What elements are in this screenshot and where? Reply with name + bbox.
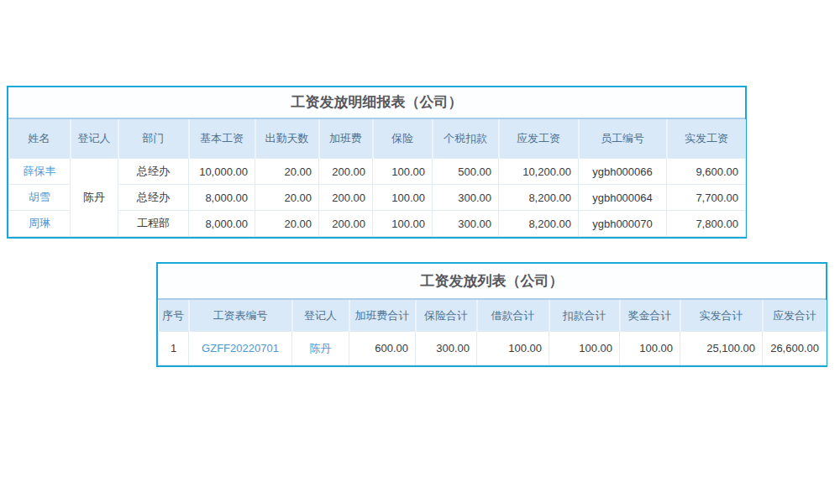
dept-cell: 工程部 xyxy=(118,211,189,237)
salary-list-report: 工资发放列表（公司） 序号 工资表编号 登记人 加班费合计 保险合计 借款合计 … xyxy=(156,262,827,367)
deduction-total-cell: 100.00 xyxy=(549,332,620,365)
header-payroll-id: 工资表编号 xyxy=(189,300,292,332)
salary-list-report-title: 工资发放列表（公司） xyxy=(158,264,826,300)
tax-deduction-cell: 300.00 xyxy=(433,185,499,211)
header-loan-total: 借款合计 xyxy=(477,300,549,332)
header-base-salary: 基本工资 xyxy=(189,119,255,159)
actual-cell: 9,600.00 xyxy=(667,159,746,185)
actual-cell: 7,700.00 xyxy=(667,185,746,211)
header-row: 序号 工资表编号 登记人 加班费合计 保险合计 借款合计 扣款合计 奖金合计 实… xyxy=(159,300,827,332)
insurance-cell: 100.00 xyxy=(373,211,433,237)
header-deduction-total: 扣款合计 xyxy=(549,300,620,332)
salary-detail-report-title: 工资发放明细报表（公司） xyxy=(8,87,745,119)
base-salary-cell: 8,000.00 xyxy=(189,211,255,237)
row-number-cell: 1 xyxy=(159,332,189,365)
employee-name-link[interactable]: 周琳 xyxy=(29,217,50,229)
header-attendance-days: 出勤天数 xyxy=(255,119,319,159)
insurance-cell: 100.00 xyxy=(373,185,433,211)
header-insurance: 保险 xyxy=(373,119,433,159)
header-registrar: 登记人 xyxy=(292,300,349,332)
header-no: 序号 xyxy=(159,300,189,332)
payable-total-cell: 26,600.00 xyxy=(763,332,827,365)
header-payable: 应发工资 xyxy=(499,119,579,159)
employee-id-cell: ygbh000070 xyxy=(579,211,667,237)
table-row: 胡雪 总经办 8,000.00 20.00 200.00 100.00 300.… xyxy=(9,185,746,211)
header-row: 姓名 登记人 部门 基本工资 出勤天数 加班费 保险 个税扣款 应发工资 员工编… xyxy=(9,119,746,159)
overtime-total-cell: 600.00 xyxy=(349,332,416,365)
dept-cell: 总经办 xyxy=(118,185,189,211)
header-registrar: 登记人 xyxy=(71,119,118,159)
employee-id-cell: ygbh000066 xyxy=(579,159,667,185)
header-tax-deduction: 个税扣款 xyxy=(433,119,499,159)
payroll-id-link[interactable]: GZFF20220701 xyxy=(202,342,279,354)
insurance-cell: 100.00 xyxy=(373,159,433,185)
base-salary-cell: 10,000.00 xyxy=(189,159,255,185)
header-overtime-total: 加班费合计 xyxy=(349,300,416,332)
attendance-days-cell: 20.00 xyxy=(255,185,319,211)
employee-id-cell: ygbh000064 xyxy=(579,185,667,211)
payable-cell: 8,200.00 xyxy=(499,211,579,237)
registrar-cell: 陈丹 xyxy=(71,159,118,237)
actual-cell: 7,800.00 xyxy=(667,211,746,237)
table-row: 周琳 工程部 8,000.00 20.00 200.00 100.00 300.… xyxy=(9,211,746,237)
loan-total-cell: 100.00 xyxy=(477,332,549,365)
overtime-cell: 200.00 xyxy=(319,185,373,211)
header-overtime: 加班费 xyxy=(319,119,373,159)
header-payable-total: 应发合计 xyxy=(763,300,827,332)
bonus-total-cell: 100.00 xyxy=(620,332,680,365)
employee-name-link[interactable]: 胡雪 xyxy=(29,191,50,203)
attendance-days-cell: 20.00 xyxy=(255,159,319,185)
insurance-total-cell: 300.00 xyxy=(416,332,477,365)
header-employee-id: 员工编号 xyxy=(579,119,667,159)
tax-deduction-cell: 300.00 xyxy=(433,211,499,237)
salary-detail-report: 工资发放明细报表（公司） 姓名 登记人 部门 基本工资 出勤天数 加班费 保险 xyxy=(7,86,747,239)
header-name: 姓名 xyxy=(9,119,71,159)
registrar-link[interactable]: 陈丹 xyxy=(310,342,332,354)
dept-cell: 总经办 xyxy=(118,159,189,185)
salary-list-table: 序号 工资表编号 登记人 加班费合计 保险合计 借款合计 扣款合计 奖金合计 实… xyxy=(158,300,827,365)
header-actual: 实发工资 xyxy=(667,119,746,159)
overtime-cell: 200.00 xyxy=(319,159,373,185)
actual-total-cell: 25,100.00 xyxy=(680,332,763,365)
attendance-days-cell: 20.00 xyxy=(255,211,319,237)
payable-cell: 8,200.00 xyxy=(499,185,579,211)
tax-deduction-cell: 500.00 xyxy=(433,159,499,185)
table-row: 薛保丰 陈丹 总经办 10,000.00 20.00 200.00 100.00… xyxy=(9,159,746,185)
table-row: 1 GZFF20220701 陈丹 600.00 300.00 100.00 1… xyxy=(159,332,827,365)
header-actual-total: 实发合计 xyxy=(680,300,763,332)
overtime-cell: 200.00 xyxy=(319,211,373,237)
header-bonus-total: 奖金合计 xyxy=(620,300,680,332)
header-insurance-total: 保险合计 xyxy=(416,300,477,332)
salary-detail-table: 姓名 登记人 部门 基本工资 出勤天数 加班费 保险 个税扣款 应发工资 员工编… xyxy=(8,119,746,237)
header-dept: 部门 xyxy=(118,119,189,159)
base-salary-cell: 8,000.00 xyxy=(189,185,255,211)
payable-cell: 10,200.00 xyxy=(499,159,579,185)
employee-name-link[interactable]: 薛保丰 xyxy=(24,165,56,177)
